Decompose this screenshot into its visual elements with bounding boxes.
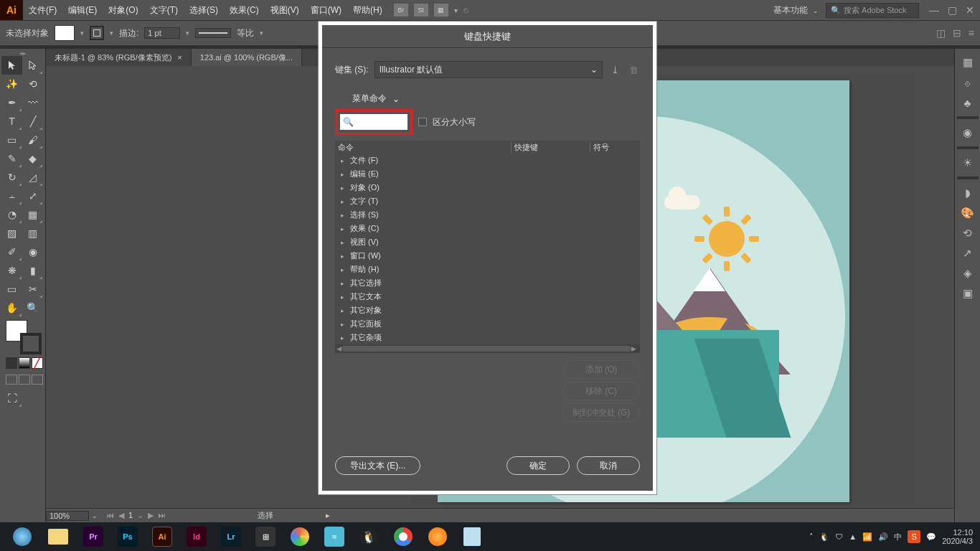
transform-icon[interactable]: ⊟ — [953, 27, 961, 39]
taskbar-app-firefox[interactable] — [420, 524, 455, 550]
gradient-icon[interactable] — [19, 357, 30, 369]
solid-color-icon[interactable] — [6, 357, 17, 369]
draw-inside-icon[interactable] — [32, 375, 43, 385]
tray-expand-icon[interactable]: ˄ — [809, 532, 814, 542]
maximize-icon[interactable]: ▢ — [948, 4, 957, 16]
expand-icon[interactable]: ▸ — [341, 157, 344, 164]
gradient-tool[interactable]: ▥ — [22, 224, 43, 242]
expand-icon[interactable]: ▸ — [341, 225, 344, 232]
tree-horizontal-scrollbar[interactable]: ◀ ▶ — [335, 344, 640, 353]
curvature-tool[interactable]: 〰 — [22, 93, 43, 112]
taskbar-app-illustrator[interactable]: Ai — [145, 524, 179, 550]
tray-volume-icon[interactable]: 🔊 — [878, 532, 888, 542]
swatches-panel-icon[interactable]: 🎨 — [958, 204, 978, 222]
slice-tool[interactable]: ✂ — [22, 280, 43, 298]
tree-item[interactable]: ▸文件 (F) — [335, 154, 640, 167]
bridge-icon[interactable]: Br — [394, 4, 408, 17]
expand-icon[interactable]: ▸ — [341, 266, 344, 273]
appearance-panel-icon[interactable]: ♣ — [958, 93, 978, 112]
tree-item[interactable]: ▸选择 (S) — [335, 208, 640, 222]
taskbar-app-notepad[interactable] — [455, 524, 489, 550]
export-text-button[interactable]: 导出文本 (E)... — [335, 456, 420, 475]
toolbar-handle[interactable]: ◂▸ — [1, 50, 44, 56]
taskbar-app-generic1[interactable]: ⊞ — [248, 524, 283, 550]
export-panel-icon[interactable]: ↗ — [958, 244, 978, 263]
pathfinder-panel-icon[interactable]: ◗ — [958, 184, 978, 202]
next-icon[interactable]: ▶ — [148, 511, 154, 520]
expand-icon[interactable]: ▸ — [341, 253, 344, 260]
expand-icon[interactable]: ▸ — [341, 280, 344, 287]
eyedropper-tool[interactable]: ✐ — [1, 242, 22, 261]
hand-tool[interactable]: ✋ — [1, 298, 22, 317]
shortcut-set-select[interactable]: Illustrator 默认值 ⌄ — [374, 61, 603, 78]
taskbar-app-generic2[interactable] — [283, 524, 317, 550]
taskbar-app-lightroom[interactable]: Lr — [214, 524, 248, 550]
menu-help[interactable]: 帮助(H) — [347, 4, 388, 17]
tree-item[interactable]: ▸效果 (C) — [335, 222, 640, 235]
tray-network-icon[interactable]: ▲ — [849, 532, 857, 541]
draw-behind-icon[interactable] — [19, 375, 30, 385]
first-icon[interactable]: ⏮ — [106, 511, 114, 520]
expand-icon[interactable]: ▸ — [341, 198, 344, 205]
rotate-tool[interactable]: ↻ — [1, 168, 22, 187]
menu-object[interactable]: 对象(O) — [103, 4, 143, 17]
shortcut-search-input[interactable]: 🔍 — [340, 114, 407, 130]
pen-tool[interactable]: ✒ — [1, 93, 22, 112]
gpu-icon[interactable]: ⎋ — [463, 5, 468, 15]
tree-item[interactable]: ▸文字 (T) — [335, 194, 640, 208]
arrange-icon[interactable]: ▦ — [434, 4, 448, 17]
tree-item[interactable]: ▸其它对象 — [335, 303, 640, 317]
expand-icon[interactable]: ▸ — [341, 293, 344, 301]
delete-set-icon[interactable]: 🗑 — [627, 63, 640, 76]
taskbar-app-photoshop[interactable]: Ps — [110, 524, 145, 550]
column-shortcut[interactable]: 快捷键 — [511, 142, 590, 153]
links-panel-icon[interactable]: ⟲ — [958, 224, 978, 242]
fill-stroke-swatch[interactable] — [6, 320, 42, 354]
taskbar-app-chrome[interactable] — [386, 524, 420, 550]
selection-tool[interactable] — [1, 56, 22, 75]
chevron-down-icon[interactable]: ▾ — [260, 29, 263, 37]
last-icon[interactable]: ⏭ — [158, 511, 166, 520]
stroke-weight-input[interactable]: 1 pt — [144, 27, 180, 39]
menu-select[interactable]: 选择(S) — [184, 4, 224, 17]
stroke-profile[interactable] — [195, 28, 231, 38]
menu-file[interactable]: 文件(F) — [23, 4, 62, 17]
shape-builder-tool[interactable]: ◔ — [1, 205, 22, 224]
close-icon[interactable]: ✕ — [966, 4, 974, 16]
tree-item[interactable]: ▸其它面板 — [335, 317, 640, 331]
stroke-swatch[interactable] — [90, 26, 104, 40]
taskbar-app-explorer[interactable] — [40, 524, 76, 550]
chevron-down-icon[interactable]: ▾ — [110, 29, 113, 37]
chevron-down-icon[interactable]: ▾ — [80, 29, 84, 37]
type-tool[interactable]: T — [1, 112, 22, 131]
status-dropdown-icon[interactable]: ▸ — [326, 511, 330, 520]
tree-item[interactable]: ▸视图 (V) — [335, 235, 640, 249]
cancel-button[interactable]: 取消 — [577, 456, 640, 475]
chevron-down-icon[interactable]: ⌄ — [137, 511, 143, 520]
taskbar-app-generic3[interactable]: ≈ — [317, 524, 352, 550]
document-tab[interactable]: 未标题-1 @ 83% (RGB/像素预览) × — [46, 49, 192, 66]
shortcuts-tree[interactable]: ▸文件 (F) ▸编辑 (E) ▸对象 (O) ▸文字 (T) ▸选择 (S) … — [335, 154, 640, 344]
tree-item[interactable]: ▸其它选择 — [335, 276, 640, 290]
layers-panel-icon[interactable]: ◈ — [958, 264, 978, 283]
zoom-input[interactable]: 100% — [46, 511, 89, 521]
direct-selection-tool[interactable] — [22, 56, 43, 75]
command-type-select[interactable]: 菜单命令 ⌄ — [352, 93, 640, 105]
taskbar-app-premiere[interactable]: Pr — [76, 524, 110, 550]
menu-view[interactable]: 视图(V) — [265, 4, 305, 17]
expand-icon[interactable]: ▸ — [341, 212, 344, 219]
prev-icon[interactable]: ◀ — [118, 511, 124, 520]
document-tab[interactable]: 123.ai @ 100% (RGB/像... — [192, 49, 302, 66]
taskbar-app-indesign[interactable]: Id — [179, 524, 214, 550]
chevron-down-icon[interactable]: ▾ — [186, 29, 189, 37]
stock-icon[interactable]: St — [414, 4, 428, 17]
chevron-down-icon[interactable]: ▾ — [454, 6, 458, 14]
menu-window[interactable]: 窗口(W) — [305, 4, 347, 17]
workspace-switcher[interactable]: 基本功能 ⌄ — [771, 3, 821, 18]
taskbar-app-browser[interactable] — [4, 524, 40, 550]
artboard-number[interactable]: 1 — [128, 511, 133, 520]
column-command[interactable]: 命令 — [335, 142, 511, 153]
artboard-tool[interactable]: ▭ — [1, 280, 22, 298]
tree-item[interactable]: ▸编辑 (E) — [335, 167, 640, 181]
expand-icon[interactable]: ▸ — [341, 171, 344, 178]
